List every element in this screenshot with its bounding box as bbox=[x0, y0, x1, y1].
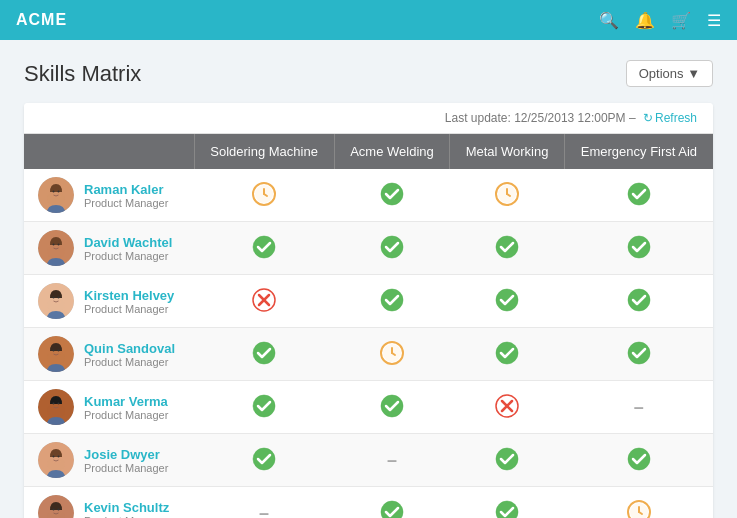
svg-point-66 bbox=[53, 456, 55, 458]
svg-point-36 bbox=[496, 289, 518, 311]
person-name[interactable]: Quin Sandoval bbox=[84, 341, 175, 356]
person-role: Product Manager bbox=[84, 250, 172, 262]
svg-point-24 bbox=[496, 236, 518, 258]
status-cell-6-3 bbox=[564, 487, 713, 519]
status-cell-6-0: – bbox=[194, 487, 334, 519]
svg-point-78 bbox=[496, 501, 518, 519]
status-cell-1-2 bbox=[450, 222, 565, 275]
page-title: Skills Matrix bbox=[24, 61, 141, 87]
status-cell-5-2 bbox=[450, 434, 565, 487]
avatar bbox=[38, 495, 74, 518]
svg-point-15 bbox=[628, 183, 650, 205]
svg-point-57 bbox=[253, 395, 275, 417]
skills-table: Soldering MachineAcme WeldingMetal Worki… bbox=[24, 134, 713, 518]
svg-point-68 bbox=[253, 448, 275, 470]
status-cell-2-2 bbox=[450, 275, 565, 328]
status-cell-4-2 bbox=[450, 381, 565, 434]
last-update-text: Last update: 12/25/2013 12:00PM – bbox=[445, 111, 636, 125]
svg-point-43 bbox=[58, 350, 60, 352]
svg-point-25 bbox=[628, 236, 650, 258]
svg-point-75 bbox=[53, 509, 55, 511]
table-row: David Wachtel Product Manager bbox=[24, 222, 713, 275]
column-header-4: Emergency First Aid bbox=[564, 134, 713, 169]
header-icons: 🔍 🔔 🛒 ☰ bbox=[599, 11, 721, 30]
page-title-row: Skills Matrix Options ▼ bbox=[24, 60, 713, 87]
table-row: Kumar Verma Product Manager – bbox=[24, 381, 713, 434]
svg-point-58 bbox=[381, 395, 403, 417]
table-body: Raman Kaler Product Manager bbox=[24, 169, 713, 518]
table-row: Kevin Schultz Product Manager – bbox=[24, 487, 713, 519]
header-row: Soldering MachineAcme WeldingMetal Worki… bbox=[24, 134, 713, 169]
svg-point-37 bbox=[628, 289, 650, 311]
avatar bbox=[38, 283, 74, 319]
options-button[interactable]: Options ▼ bbox=[626, 60, 713, 87]
svg-point-31 bbox=[58, 297, 60, 299]
svg-point-23 bbox=[381, 236, 403, 258]
svg-point-77 bbox=[381, 501, 403, 519]
app-logo: ACME bbox=[16, 11, 67, 29]
status-cell-1-3 bbox=[564, 222, 713, 275]
avatar bbox=[38, 389, 74, 425]
search-icon[interactable]: 🔍 bbox=[599, 11, 619, 30]
person-cell-5: Josie Dwyer Product Manager bbox=[24, 434, 194, 487]
status-cell-3-1 bbox=[334, 328, 449, 381]
person-name[interactable]: Raman Kaler bbox=[84, 182, 168, 197]
table-header: Soldering MachineAcme WeldingMetal Worki… bbox=[24, 134, 713, 169]
cart-icon[interactable]: 🛒 bbox=[671, 11, 691, 30]
status-cell-1-0 bbox=[194, 222, 334, 275]
status-cell-5-1: – bbox=[334, 434, 449, 487]
status-cell-4-0 bbox=[194, 381, 334, 434]
svg-point-5 bbox=[58, 191, 60, 193]
avatar bbox=[38, 230, 74, 266]
person-role: Product Manager bbox=[84, 462, 168, 474]
svg-point-10 bbox=[381, 183, 403, 205]
person-role: Product Manager bbox=[84, 197, 168, 209]
column-header-0 bbox=[24, 134, 194, 169]
status-cell-0-3 bbox=[564, 169, 713, 222]
status-cell-1-1 bbox=[334, 222, 449, 275]
status-cell-4-1 bbox=[334, 381, 449, 434]
svg-point-50 bbox=[628, 342, 650, 364]
avatar bbox=[38, 442, 74, 478]
status-cell-5-0 bbox=[194, 434, 334, 487]
svg-point-44 bbox=[253, 342, 275, 364]
svg-point-76 bbox=[58, 509, 60, 511]
person-name[interactable]: Kevin Schultz bbox=[84, 500, 169, 515]
menu-icon[interactable]: ☰ bbox=[707, 11, 721, 30]
svg-point-20 bbox=[53, 244, 55, 246]
status-cell-2-1 bbox=[334, 275, 449, 328]
status-cell-3-0 bbox=[194, 328, 334, 381]
person-name[interactable]: Josie Dwyer bbox=[84, 447, 168, 462]
status-cell-0-2 bbox=[450, 169, 565, 222]
column-header-2: Acme Welding bbox=[334, 134, 449, 169]
person-role: Product Manager bbox=[84, 356, 175, 368]
table-row: Josie Dwyer Product Manager – bbox=[24, 434, 713, 487]
status-cell-2-0 bbox=[194, 275, 334, 328]
status-cell-2-3 bbox=[564, 275, 713, 328]
avatar bbox=[38, 336, 74, 372]
person-cell-1: David Wachtel Product Manager bbox=[24, 222, 194, 275]
person-role: Product Manager bbox=[84, 409, 168, 421]
person-cell-6: Kevin Schultz Product Manager bbox=[24, 487, 194, 519]
svg-point-35 bbox=[381, 289, 403, 311]
last-update-row: Last update: 12/25/2013 12:00PM – ↻Refre… bbox=[24, 103, 713, 134]
svg-point-56 bbox=[58, 403, 60, 405]
svg-point-55 bbox=[53, 403, 55, 405]
person-name[interactable]: Kirsten Helvey bbox=[84, 288, 174, 303]
person-name[interactable]: David Wachtel bbox=[84, 235, 172, 250]
status-cell-3-2 bbox=[450, 328, 565, 381]
notification-icon[interactable]: 🔔 bbox=[635, 11, 655, 30]
svg-point-21 bbox=[58, 244, 60, 246]
person-role: Product Manager bbox=[84, 303, 174, 315]
column-header-3: Metal Working bbox=[450, 134, 565, 169]
svg-point-70 bbox=[628, 448, 650, 470]
person-role: Product Manager bbox=[84, 515, 169, 519]
person-name[interactable]: Kumar Verma bbox=[84, 394, 168, 409]
svg-point-67 bbox=[58, 456, 60, 458]
refresh-link[interactable]: ↻Refresh bbox=[643, 111, 697, 125]
status-cell-0-1 bbox=[334, 169, 449, 222]
svg-point-4 bbox=[53, 191, 55, 193]
table-row: Quin Sandoval Product Manager bbox=[24, 328, 713, 381]
skills-matrix-container: Last update: 12/25/2013 12:00PM – ↻Refre… bbox=[24, 103, 713, 518]
svg-point-69 bbox=[496, 448, 518, 470]
